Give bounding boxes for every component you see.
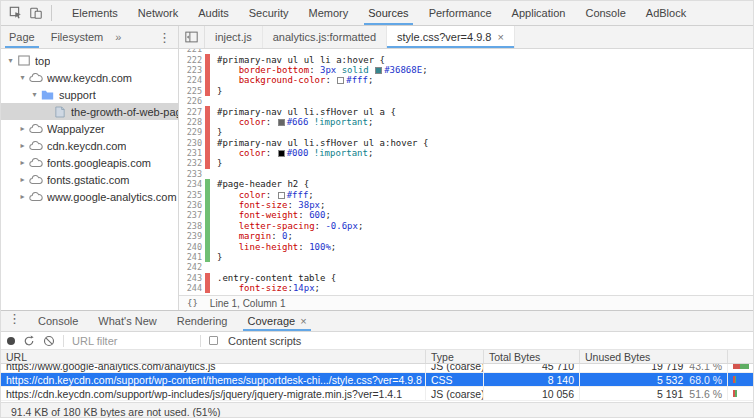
drawer-tab-what-s-new[interactable]: What's New	[88, 311, 166, 331]
code-token: #primary-nav ul li.sfHover ul a:hover	[217, 138, 417, 148]
tree-expander-icon[interactable]: ▸	[17, 192, 28, 201]
code-token: {	[385, 107, 396, 117]
toggle-navigator-icon[interactable]	[179, 26, 205, 48]
editor-tab-inject-js[interactable]: inject.js	[205, 26, 263, 48]
color-swatch[interactable]	[278, 150, 285, 157]
device-toolbar-icon[interactable]	[29, 6, 43, 20]
code-line: 236 font-size: 38px;	[179, 200, 753, 210]
main-tab-security[interactable]: Security	[239, 1, 299, 25]
tree-expander-icon[interactable]: ▸	[17, 158, 28, 167]
code-text: #primary-nav ul li.sfHover ul a:hover {	[217, 138, 428, 148]
table-row[interactable]: https://www.google-analytics.com/analyti…	[1, 364, 753, 373]
table-row[interactable]: https://cdn.keycdn.com/support/wp-includ…	[1, 387, 753, 401]
tree-item-the-growth-of-web-page-siz[interactable]: the-growth-of-web-page-siz	[1, 103, 178, 120]
column-header-total-bytes[interactable]: Total Bytes	[483, 350, 579, 363]
main-tab-memory[interactable]: Memory	[299, 1, 359, 25]
code-line: 243.entry-content table {	[179, 273, 753, 283]
overflow-tabs-icon[interactable]: »	[111, 31, 125, 43]
cloud-icon	[28, 190, 43, 203]
table-row[interactable]: https://cdn.keycdn.com/support/wp-conten…	[1, 373, 753, 387]
code-token: #666	[287, 117, 309, 127]
usage-visualization-bar	[733, 390, 737, 397]
column-header-url[interactable]: URL	[1, 350, 425, 363]
record-coverage-icon[interactable]	[7, 337, 15, 345]
code-token	[217, 190, 239, 200]
color-swatch[interactable]	[278, 192, 285, 199]
coverage-marker	[205, 65, 210, 75]
tree-item-wappalyzer[interactable]: ▸Wappalyzer	[1, 120, 178, 137]
code-text: color: #000 !important;	[217, 148, 373, 158]
tree-expander-icon[interactable]: ▸	[17, 124, 28, 133]
drawer-tab-rendering[interactable]: Rendering	[167, 311, 238, 331]
cell-type: JS (coarse)	[425, 387, 483, 400]
clear-icon[interactable]	[43, 335, 55, 347]
tree-item-label: support	[59, 89, 96, 101]
drawer-tab-coverage[interactable]: Coverage×	[237, 311, 316, 331]
drawer-menu-icon[interactable]: ⋮	[1, 311, 28, 331]
main-tab-adblock[interactable]: AdBlock	[636, 1, 696, 25]
code-token: #primary-nav ul li.sfHover ul a	[217, 107, 385, 117]
drawer-tab-console[interactable]: Console	[28, 311, 88, 331]
column-header-type[interactable]: Type	[425, 350, 483, 363]
code-token: 100%	[309, 242, 331, 252]
cell-url: https://www.google-analytics.com/analyti…	[1, 364, 425, 372]
drawer-tab-strip: ⋮ ConsoleWhat's NewRenderingCoverage×	[1, 311, 753, 332]
drawer-tab-label: Console	[38, 315, 78, 327]
tree-item-fonts-googleapis-com[interactable]: ▸fonts.googleapis.com	[1, 154, 178, 171]
cloud-icon	[28, 71, 43, 84]
code-token: font-weight	[239, 210, 299, 220]
code-token: }	[217, 158, 222, 168]
tree-expander-icon[interactable]: ▾	[29, 90, 40, 99]
main-tab-performance[interactable]: Performance	[419, 1, 502, 25]
navigator-tab-page[interactable]: Page	[1, 26, 43, 48]
tree-item-cdn-keycdn-com[interactable]: ▸cdn.keycdn.com	[1, 137, 178, 154]
main-tab-console[interactable]: Console	[575, 1, 635, 25]
line-number: 241	[179, 252, 205, 262]
editor-tab-label: analytics.js:formatted	[273, 31, 376, 43]
color-swatch[interactable]	[337, 77, 344, 84]
file-icon	[52, 105, 67, 118]
column-header-unused-bytes[interactable]: Unused Bytes	[579, 350, 727, 363]
tree-expander-icon[interactable]: ▾	[5, 56, 16, 65]
code-token	[217, 75, 239, 85]
tree-item-support[interactable]: ▾support	[1, 86, 178, 103]
main-tab-application[interactable]: Application	[502, 1, 576, 25]
main-tab-elements[interactable]: Elements	[62, 1, 128, 25]
code-editor[interactable]: 221222#primary-nav ul ul li a:hover {223…	[179, 49, 753, 295]
tree-item-top[interactable]: ▾top	[1, 52, 178, 69]
code-token: ;	[422, 65, 427, 75]
usage-visualization-bar	[733, 376, 736, 383]
pretty-print-icon[interactable]: {}	[185, 298, 200, 308]
editor-tab-analytics-js-formatted[interactable]: analytics.js:formatted	[263, 26, 387, 48]
main-tab-network[interactable]: Network	[128, 1, 188, 25]
coverage-summary-text: 91.4 KB of 180 KB bytes are not used. (5…	[11, 406, 221, 418]
coverage-marker	[205, 127, 210, 137]
inspect-element-icon[interactable]	[9, 6, 23, 20]
url-filter-input[interactable]	[72, 335, 192, 347]
reload-icon[interactable]	[23, 335, 35, 347]
code-token: color	[239, 117, 266, 127]
close-icon[interactable]: ×	[497, 31, 503, 43]
close-icon[interactable]: ×	[300, 315, 306, 327]
code-line: 235 color: #fff;	[179, 189, 753, 199]
tree-expander-icon[interactable]: ▸	[17, 175, 28, 184]
color-swatch[interactable]	[278, 119, 285, 126]
color-swatch[interactable]	[375, 67, 382, 74]
editor-tab-style-css-ver-4-9-8[interactable]: style.css?ver=4.9.8×	[387, 26, 515, 48]
tree-item-fonts-gstatic-com[interactable]: ▸fonts.gstatic.com	[1, 171, 178, 188]
main-tab-audits[interactable]: Audits	[188, 1, 239, 25]
tree-expander-icon[interactable]: ▸	[17, 141, 28, 150]
navigator-menu-icon[interactable]: ⋮	[151, 30, 178, 45]
tree-expander-icon[interactable]: ▾	[17, 73, 28, 82]
content-scripts-checkbox[interactable]	[209, 336, 218, 345]
editor-tab-label: style.css?ver=4.9.8	[397, 31, 491, 43]
navigator-tab-filesystem[interactable]: Filesystem	[43, 26, 112, 48]
code-line: 239 margin: 0;	[179, 231, 753, 241]
main-tab-sources[interactable]: Sources	[358, 1, 418, 25]
line-number: 230	[179, 138, 205, 148]
tree-item-www-google-analytics-com[interactable]: ▸www.google-analytics.com	[1, 188, 178, 205]
tree-item-www-keycdn-com[interactable]: ▾www.keycdn.com	[1, 69, 178, 86]
coverage-marker	[205, 138, 210, 148]
cell-type: CSS	[425, 373, 483, 386]
drawer-tab-label: Coverage	[247, 315, 295, 327]
